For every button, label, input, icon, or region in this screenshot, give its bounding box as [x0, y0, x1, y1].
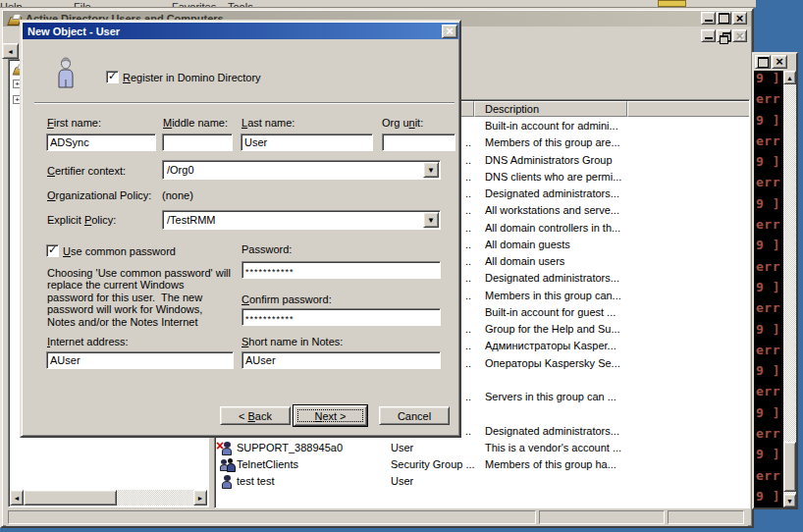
back-arrow-icon: ◄ [7, 48, 14, 55]
use-common-password-checkbox[interactable] [46, 244, 59, 257]
child-minimize-button[interactable] [701, 29, 716, 42]
middle-name-field[interactable] [162, 133, 233, 151]
cell-description: This is a vendor's account ... [485, 442, 621, 453]
menu-fragment: Help [0, 1, 23, 8]
cell-description: Built-in account for guest ... [485, 306, 616, 318]
use-common-password-label: Use common password [63, 245, 176, 257]
certifier-context-combobox[interactable]: /Org0 ▼ [162, 160, 441, 180]
cell-type-overflow: .. [465, 222, 471, 234]
cell-name: TelnetClients [237, 458, 298, 470]
cell-description: Members in this group can... [485, 290, 621, 301]
explicit-policy-value: /TestRMM [167, 214, 420, 226]
close-button[interactable] [732, 12, 747, 25]
scroll-up-button[interactable]: ▲ [783, 71, 796, 84]
cell-description: Members of this group are... [485, 136, 620, 148]
first-name-field[interactable] [46, 133, 156, 151]
dialog-title-bar[interactable]: New Object - User [23, 23, 458, 39]
cell-description: Designated administrators... [485, 187, 619, 199]
cell-type-overflow: .. [465, 340, 471, 351]
cell-description: Members of this group ha... [485, 458, 616, 470]
cell-description: Администраторы Kasper... [485, 340, 616, 351]
register-domino-checkbox[interactable] [106, 71, 119, 83]
column-header-description[interactable]: Description [474, 101, 627, 117]
last-name-label: Last name: [241, 117, 294, 129]
cell-description: Group for the Help and Su... [485, 323, 620, 335]
status-panel [8, 510, 536, 524]
table-row[interactable]: test test User [216, 473, 750, 490]
scroll-thumb[interactable] [783, 442, 796, 492]
row-user-icon [220, 458, 234, 472]
console-close-button[interactable] [772, 55, 787, 69]
maximize-button[interactable] [717, 12, 731, 25]
desktop: FileFavoritesToolsHelp Active Directory … [0, 0, 803, 532]
tree-horizontal-scrollbar[interactable]: ◄ ► [10, 490, 207, 505]
console-window: 9 ]err9 ]err9 ]err9 ]err9 ]err9 ]err9 ]e… [752, 52, 798, 509]
console-vertical-scrollbar[interactable]: ▲ ▼ [783, 71, 796, 507]
scroll-right-button[interactable]: ► [193, 490, 207, 505]
child-restore-button[interactable] [717, 29, 731, 42]
status-panel [539, 510, 665, 524]
scroll-left-button[interactable]: ◄ [10, 490, 24, 505]
console-maximize-button[interactable] [755, 55, 771, 69]
cancel-button[interactable]: Cancel [379, 406, 450, 425]
cell-type-overflow: .. [465, 204, 471, 216]
cell-description: Designated administrators... [485, 425, 619, 437]
first-name-label: First name: [47, 117, 101, 129]
internet-address-field[interactable] [46, 351, 234, 369]
cell-type-overflow: .. [465, 357, 471, 369]
column-header-empty[interactable] [627, 101, 750, 117]
cell-description: All workstations and serve... [485, 204, 619, 216]
cancel-button-label: Cancel [398, 410, 431, 422]
table-row[interactable]: SUPPORT_388945a0 User This is a vendor's… [216, 440, 750, 456]
row-user-icon [220, 475, 234, 489]
scroll-down-button[interactable]: ▼ [783, 494, 796, 507]
short-name-field[interactable] [241, 351, 441, 369]
minimize-button[interactable] [701, 12, 716, 25]
common-password-note: Choosing 'Use common password' will repl… [47, 267, 243, 328]
status-panel [668, 510, 744, 524]
table-row[interactable]: TelnetClients Security Group ... Members… [216, 456, 750, 473]
dialog-close-button[interactable] [442, 25, 457, 38]
cell-description: DNS Administrators Group [485, 154, 613, 166]
password-field[interactable] [241, 261, 441, 279]
cell-type-overflow: .. [465, 391, 471, 402]
cell-type-overflow: .. [465, 239, 471, 250]
cell-type-overflow: .. [465, 136, 471, 148]
status-bar [6, 509, 748, 526]
next-button-label: Next > [314, 410, 346, 422]
cell-type-overflow: .. [465, 425, 471, 437]
cell-type-overflow: .. [465, 171, 471, 183]
row-user-icon [220, 442, 234, 455]
explicit-policy-combobox[interactable]: /TestRMM ▼ [162, 210, 441, 230]
org-unit-field[interactable] [382, 133, 455, 151]
cell-description: Built-in account for admini... [485, 120, 618, 132]
user-icon [55, 57, 77, 88]
child-close-button [732, 29, 747, 42]
back-button[interactable]: < Back [220, 406, 291, 425]
back-nav-button[interactable]: ◄ [2, 43, 19, 59]
next-button[interactable]: Next > [294, 405, 367, 426]
cell-description: All domain users [485, 255, 564, 267]
explicit-policy-label: Explicit Policy: [47, 214, 116, 226]
cell-type-overflow: .. [465, 272, 471, 284]
chevron-down-icon[interactable]: ▼ [423, 162, 439, 178]
scroll-track[interactable] [783, 84, 796, 494]
console-title-bar[interactable] [754, 54, 796, 71]
scroll-thumb[interactable] [24, 490, 117, 505]
back-button-label: < Back [239, 410, 272, 422]
cell-type-overflow: .. [465, 154, 471, 166]
confirm-password-field[interactable] [241, 308, 441, 326]
new-object-user-dialog: New Object - User Register in Domino Dir… [20, 20, 461, 438]
cell-type-overflow: .. [465, 290, 471, 301]
cell-type-overflow: .. [465, 187, 471, 199]
background-icon [658, 0, 686, 7]
cell-description: Designated administrators... [485, 272, 619, 284]
chevron-down-icon[interactable]: ▼ [423, 212, 439, 228]
middle-name-label: Middle name: [163, 117, 228, 129]
confirm-password-label: Confirm password: [241, 293, 332, 305]
org-unit-label: Org unit: [382, 117, 423, 129]
cell-type-overflow: .. [465, 255, 471, 267]
last-name-field[interactable] [241, 133, 373, 151]
cell-type: User [391, 475, 413, 487]
password-label: Password: [241, 243, 292, 255]
